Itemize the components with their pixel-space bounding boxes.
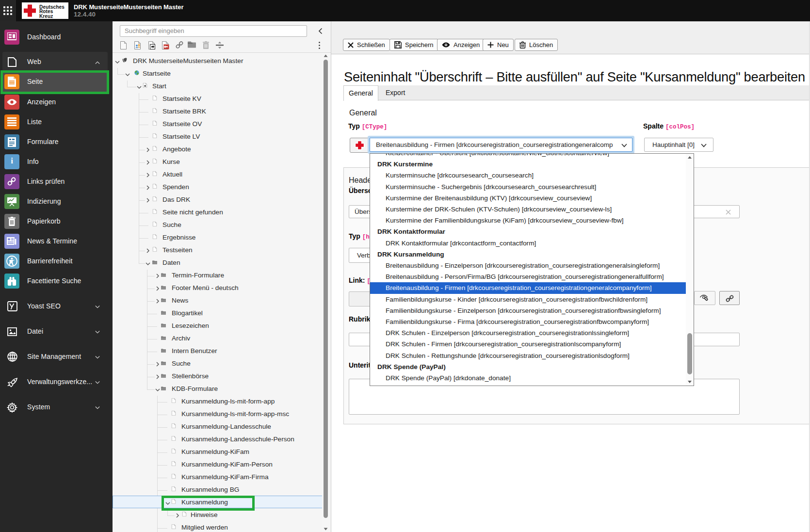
svg-text:Kreuz: Kreuz [39,14,53,19]
